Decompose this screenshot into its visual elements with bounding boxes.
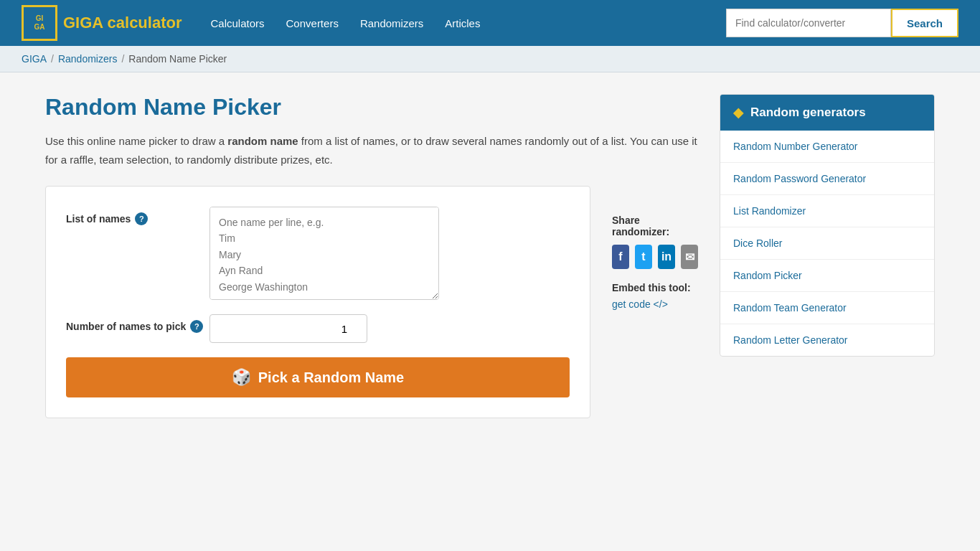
share-area: Share randomizer: f t in ✉ Embed this to… (612, 200, 698, 310)
nav-randomizers[interactable]: Randomizers (360, 17, 423, 29)
sidebar-item-random-number-generator[interactable]: Random Number Generator (720, 131, 934, 163)
list-of-names-label: List of names ? (66, 207, 209, 225)
sidebar-item-dice-roller[interactable]: Dice Roller (720, 227, 934, 260)
breadcrumb-giga[interactable]: GIGA (22, 53, 47, 65)
share-label: Share randomizer: (612, 215, 698, 237)
sidebar-item-random-team-generator[interactable]: Random Team Generator (720, 292, 934, 324)
email-share-button[interactable]: ✉ (681, 245, 698, 269)
number-of-names-row: Number of names to pick ? (66, 314, 570, 343)
logo-box: GIGA (22, 5, 57, 41)
list-help-icon[interactable]: ? (135, 212, 148, 225)
linkedin-share-button[interactable]: in (658, 245, 675, 269)
breadcrumb-sep-1: / (51, 53, 54, 65)
nav-calculators[interactable]: Calculators (210, 17, 264, 29)
share-column: Share randomizer: f t in ✉ Embed this to… (612, 186, 698, 310)
sidebar-item-random-password-generator[interactable]: Random Password Generator (720, 163, 934, 195)
embed-label: Embed this tool: (612, 282, 698, 293)
page-description: Use this online name picker to draw a ra… (45, 132, 698, 169)
number-of-names-label: Number of names to pick ? (66, 314, 209, 333)
number-help-icon[interactable]: ? (190, 320, 203, 333)
breadcrumb-bar: GIGA / Randomizers / Random Name Picker (0, 46, 980, 72)
number-input[interactable] (209, 314, 367, 343)
search-button[interactable]: Search (891, 9, 958, 37)
facebook-share-button[interactable]: f (612, 245, 629, 269)
diamond-icon: ◆ (733, 105, 743, 121)
twitter-share-button[interactable]: t (635, 245, 652, 269)
logo-text: GIGA calculator (63, 14, 182, 32)
embed-link[interactable]: get code </> (612, 298, 668, 310)
sidebar: ◆ Random generators Random Number Genera… (720, 94, 935, 418)
breadcrumb-randomizers[interactable]: Randomizers (58, 53, 117, 65)
search-area: Search (726, 9, 958, 37)
list-of-names-row: List of names ? (66, 207, 570, 300)
sidebar-item-random-picker[interactable]: Random Picker (720, 260, 934, 292)
main-nav: Calculators Converters Randomizers Artic… (210, 17, 725, 29)
sidebar-item-random-letter-generator[interactable]: Random Letter Generator (720, 324, 934, 356)
breadcrumb: GIGA / Randomizers / Random Name Picker (22, 53, 958, 65)
breadcrumb-sep-2: / (121, 53, 124, 65)
sidebar-header: ◆ Random generators (720, 95, 934, 131)
tool-card: List of names ? Number of names to pick … (45, 186, 590, 418)
breadcrumb-current: Random Name Picker (128, 53, 227, 65)
logo-link[interactable]: GIGA GIGA calculator (22, 5, 182, 41)
main-container: Random Name Picker Use this online name … (24, 72, 956, 440)
pick-random-name-button[interactable]: 🎲 Pick a Random Name (66, 357, 570, 397)
tool-share-row: List of names ? Number of names to pick … (45, 186, 698, 418)
site-header: GIGA GIGA calculator Calculators Convert… (0, 0, 980, 46)
nav-converters[interactable]: Converters (286, 17, 339, 29)
page-title: Random Name Picker (45, 94, 698, 121)
names-textarea[interactable] (209, 207, 439, 300)
social-icons: f t in ✉ (612, 245, 698, 269)
sidebar-item-list-randomizer[interactable]: List Randomizer (720, 195, 934, 227)
random-generators-card: ◆ Random generators Random Number Genera… (720, 94, 935, 357)
logo-box-text: GIGA (34, 14, 45, 32)
tool-column: List of names ? Number of names to pick … (45, 186, 590, 418)
content-area: Random Name Picker Use this online name … (45, 94, 698, 418)
nav-articles[interactable]: Articles (445, 17, 480, 29)
dice-icon: 🎲 (232, 368, 251, 387)
search-input[interactable] (726, 9, 891, 37)
